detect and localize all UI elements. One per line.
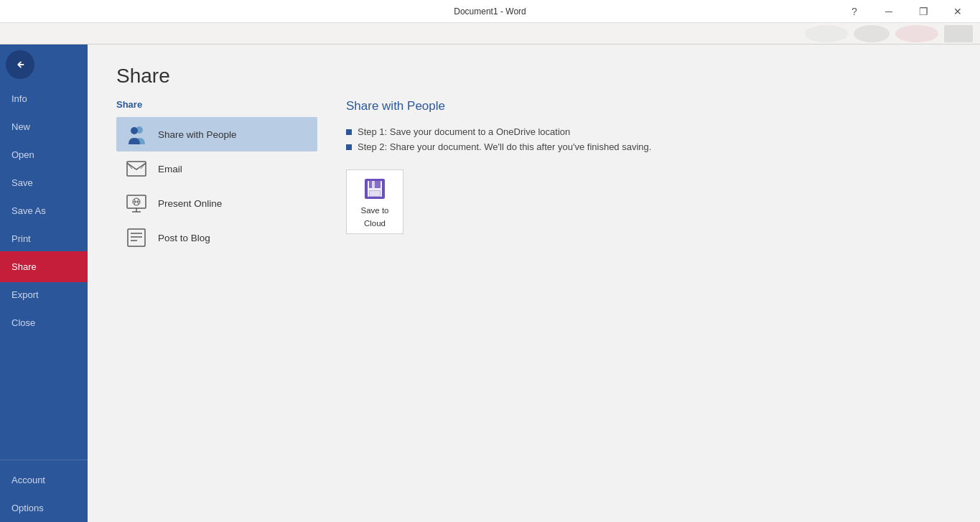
step-list: Step 1: Save your document to a OneDrive…	[346, 126, 951, 152]
share-content: Share Share with P	[88, 99, 980, 522]
people-icon	[125, 124, 148, 144]
share-left-panel: Share Share with P	[116, 99, 317, 508]
save-to-cloud-label-line1: Save to	[361, 206, 389, 215]
present-online-label: Present Online	[158, 198, 222, 209]
share-section-title: Share	[116, 99, 317, 110]
main-layout: Info New Open Save Save As Print Share E…	[0, 45, 980, 522]
sidebar-item-options[interactable]: Options	[0, 494, 88, 522]
sidebar-item-share[interactable]: Share	[0, 253, 88, 281]
sidebar-item-new[interactable]: New	[0, 113, 88, 141]
sidebar-item-save[interactable]: Save	[0, 169, 88, 197]
share-option-people[interactable]: Share with People	[116, 117, 317, 152]
sidebar-item-export[interactable]: Export	[0, 281, 88, 309]
sidebar-item-info[interactable]: Info	[0, 85, 88, 113]
email-icon	[125, 159, 148, 179]
page-title: Share	[116, 65, 951, 88]
share-option-present-online[interactable]: Present Online	[116, 186, 317, 220]
svg-rect-19	[370, 191, 380, 196]
sidebar: Info New Open Save Save As Print Share E…	[0, 45, 88, 522]
step-2-text: Step 2: Share your document. We'll do th…	[358, 141, 651, 152]
step-1-bullet	[346, 129, 352, 135]
sidebar-item-close[interactable]: Close	[0, 309, 88, 337]
svg-rect-10	[128, 229, 145, 246]
back-arrow-icon	[14, 58, 27, 71]
back-button[interactable]	[6, 50, 34, 79]
svg-point-1	[131, 127, 138, 134]
title-bar: Document1 - Word ? ─ ❐ ✕	[0, 0, 980, 23]
share-option-post-to-blog[interactable]: Post to Blog	[116, 220, 317, 255]
svg-rect-2	[127, 162, 146, 176]
save-to-cloud-label-line2: Cloud	[364, 219, 386, 228]
blog-icon	[125, 228, 148, 248]
save-to-cloud-button[interactable]: Save to Cloud	[346, 169, 403, 234]
step-1-text: Step 1: Save your document to a OneDrive…	[358, 126, 570, 137]
title-bar-controls: ? ─ ❐ ✕	[838, 0, 974, 23]
email-label: Email	[158, 164, 182, 174]
maximize-button[interactable]: ❐	[907, 0, 940, 23]
sidebar-item-account[interactable]: Account	[0, 466, 88, 494]
share-header: Share	[88, 45, 980, 99]
share-with-people-title: Share with People	[346, 99, 951, 113]
sidebar-item-open[interactable]: Open	[0, 141, 88, 169]
post-to-blog-label: Post to Blog	[158, 233, 210, 243]
save-cloud-icon	[362, 176, 388, 202]
ribbon-area	[0, 23, 980, 45]
step-1: Step 1: Save your document to a OneDrive…	[346, 126, 951, 137]
content-area: Share Share	[88, 45, 980, 522]
step-2: Step 2: Share your document. We'll do th…	[346, 141, 951, 152]
svg-rect-17	[372, 181, 375, 188]
sidebar-item-print[interactable]: Print	[0, 225, 88, 253]
share-option-email[interactable]: Email	[116, 152, 317, 186]
sidebar-divider	[0, 460, 88, 460]
help-button[interactable]: ?	[838, 0, 871, 23]
share-right-panel: Share with People Step 1: Save your docu…	[346, 99, 951, 508]
minimize-button[interactable]: ─	[872, 0, 905, 23]
window-title: Document1 - Word	[454, 6, 526, 17]
sidebar-item-save-as[interactable]: Save As	[0, 197, 88, 225]
step-2-bullet	[346, 144, 352, 150]
present-online-icon	[125, 193, 148, 213]
close-button[interactable]: ✕	[941, 0, 974, 23]
share-with-people-label: Share with People	[158, 129, 237, 140]
